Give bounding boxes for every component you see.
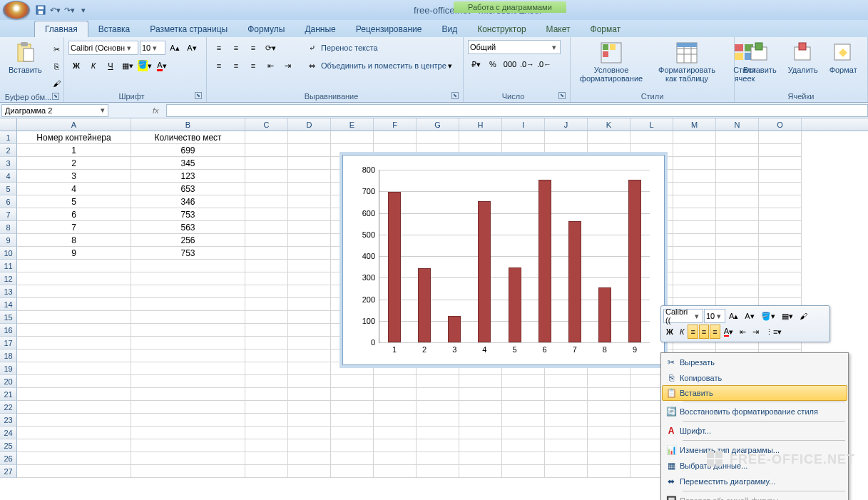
- cell[interactable]: [673, 285, 716, 298]
- cell[interactable]: [374, 452, 417, 465]
- cell[interactable]: [131, 311, 245, 324]
- underline-button[interactable]: Ч: [103, 58, 118, 73]
- cell[interactable]: [288, 234, 331, 247]
- cell[interactable]: [245, 465, 288, 478]
- align-left-icon[interactable]: ≡: [211, 58, 227, 73]
- save-icon[interactable]: [34, 4, 47, 16]
- cell[interactable]: [374, 401, 417, 414]
- row-header[interactable]: 20: [0, 375, 17, 388]
- cell[interactable]: [459, 375, 502, 388]
- row-header[interactable]: 6: [0, 195, 17, 208]
- select-all-corner[interactable]: [0, 118, 17, 131]
- column-header[interactable]: A: [17, 118, 131, 131]
- cell[interactable]: [759, 195, 802, 208]
- tab-home[interactable]: Главная: [34, 21, 88, 37]
- cell[interactable]: [245, 260, 288, 272]
- cell[interactable]: [131, 324, 245, 337]
- cell[interactable]: [131, 414, 245, 427]
- orientation-icon[interactable]: ⟳▾: [262, 40, 278, 56]
- format-as-table-button[interactable]: Форматировать как таблицу: [650, 40, 723, 84]
- cell[interactable]: [131, 260, 245, 272]
- cell[interactable]: [288, 401, 331, 414]
- cell[interactable]: [288, 183, 331, 195]
- mini-align-right-icon[interactable]: ≡: [710, 325, 720, 339]
- chart-bar[interactable]: [538, 180, 551, 342]
- insert-cells-button[interactable]: Вставить: [739, 40, 781, 76]
- cell[interactable]: [545, 414, 588, 427]
- row-header[interactable]: 15: [0, 311, 17, 324]
- cell[interactable]: 563: [131, 221, 245, 234]
- cell[interactable]: [588, 427, 630, 439]
- cell[interactable]: [245, 439, 288, 452]
- cell[interactable]: [288, 388, 331, 401]
- cell[interactable]: [17, 350, 131, 362]
- align-bottom-icon[interactable]: ≡: [245, 40, 261, 56]
- cell[interactable]: [288, 414, 331, 427]
- chart-bar[interactable]: [628, 180, 641, 342]
- cell[interactable]: [131, 285, 245, 298]
- cell[interactable]: [417, 388, 459, 401]
- cell[interactable]: [374, 427, 417, 439]
- cell[interactable]: [245, 362, 288, 375]
- cell[interactable]: 123: [131, 170, 245, 183]
- row-header[interactable]: 26: [0, 452, 17, 465]
- cell[interactable]: [545, 131, 588, 144]
- column-header[interactable]: J: [545, 118, 588, 131]
- cell[interactable]: 6: [17, 208, 131, 221]
- cell[interactable]: [245, 221, 288, 234]
- cell[interactable]: [288, 362, 331, 375]
- cell[interactable]: [716, 183, 759, 195]
- cell[interactable]: [288, 375, 331, 388]
- cell[interactable]: [245, 285, 288, 298]
- cell[interactable]: [459, 452, 502, 465]
- cell[interactable]: [288, 439, 331, 452]
- cell[interactable]: [630, 131, 673, 144]
- grow-font-icon[interactable]: A▴: [167, 40, 183, 56]
- launcher-icon[interactable]: ⬊: [195, 92, 202, 99]
- cell[interactable]: [545, 401, 588, 414]
- cell[interactable]: [459, 401, 502, 414]
- cell[interactable]: 2: [17, 157, 131, 170]
- cell[interactable]: [545, 439, 588, 452]
- cm-move-chart[interactable]: ⬌Переместить диаграмму...: [663, 474, 847, 489]
- comma-icon[interactable]: 000: [502, 56, 518, 72]
- mini-fill-icon[interactable]: 🪣▾: [758, 309, 778, 323]
- cell[interactable]: [673, 247, 716, 260]
- cell[interactable]: 753: [131, 208, 245, 221]
- redo-icon[interactable]: ↷▾: [63, 4, 76, 16]
- border-icon[interactable]: ▦▾: [120, 58, 136, 73]
- cell[interactable]: 7: [17, 221, 131, 234]
- cell[interactable]: [588, 414, 630, 427]
- cell[interactable]: [245, 298, 288, 311]
- cell[interactable]: [759, 170, 802, 183]
- cell[interactable]: [417, 401, 459, 414]
- cell[interactable]: [759, 131, 802, 144]
- row-header[interactable]: 2: [0, 144, 17, 157]
- cell[interactable]: [588, 452, 630, 465]
- column-header[interactable]: O: [759, 118, 802, 131]
- chart-bar[interactable]: [418, 268, 431, 342]
- cell[interactable]: [759, 285, 802, 298]
- fill-color-icon[interactable]: 🪣▾: [137, 58, 153, 73]
- cell[interactable]: [588, 375, 630, 388]
- cell[interactable]: [288, 298, 331, 311]
- cell[interactable]: [417, 439, 459, 452]
- cell[interactable]: [502, 452, 545, 465]
- cell[interactable]: [288, 195, 331, 208]
- row-header[interactable]: 22: [0, 401, 17, 414]
- format-cells-button[interactable]: Формат: [825, 40, 862, 76]
- cell[interactable]: [17, 272, 131, 285]
- cell[interactable]: [673, 272, 716, 285]
- cell[interactable]: [245, 131, 288, 144]
- cell[interactable]: [759, 208, 802, 221]
- cell[interactable]: [131, 439, 245, 452]
- row-header[interactable]: 8: [0, 221, 17, 234]
- percent-icon[interactable]: %: [485, 56, 501, 72]
- cell[interactable]: [374, 375, 417, 388]
- cell[interactable]: [759, 157, 802, 170]
- bold-button[interactable]: Ж: [68, 58, 84, 73]
- cell[interactable]: [673, 131, 716, 144]
- cell[interactable]: [673, 157, 716, 170]
- increase-indent-icon[interactable]: ⇥: [280, 58, 295, 73]
- cell[interactable]: [417, 452, 459, 465]
